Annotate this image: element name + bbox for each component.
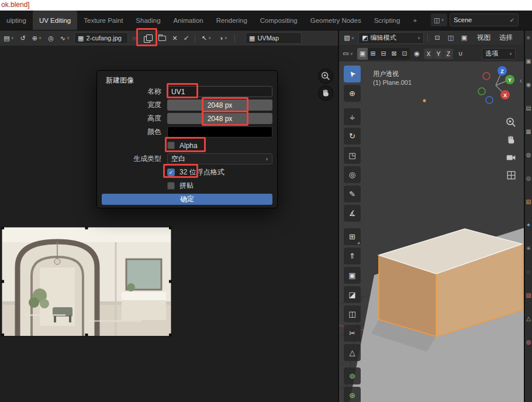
proportional-edit-button[interactable]: ◎ (46, 32, 56, 44)
ok-button[interactable]: 确定 (102, 194, 272, 205)
edge-select-button[interactable]: ◫ (445, 32, 457, 44)
snap-button[interactable]: ∪ (455, 48, 466, 60)
props-constraints-icon[interactable]: ▨ (526, 293, 531, 298)
props-viewlayer-icon[interactable]: ▦ (526, 129, 531, 135)
open-image-button[interactable] (156, 32, 168, 44)
viewport-canvas[interactable]: 用户透视 (1) Plane.001 ‹ ➤ ⊕ ↔↕ ↻ ◳ ◎ ✎ ∡ ⊞ … (339, 61, 524, 402)
uv-pan-button[interactable] (318, 85, 333, 101)
vertex-select-button[interactable]: ⊡ (431, 32, 443, 44)
tool-rotate[interactable]: ↻ (344, 128, 361, 145)
face-select-button[interactable]: ▣ (458, 32, 470, 44)
editor-type-button[interactable]: ▧ ∨ (341, 32, 357, 44)
tab-sculpting[interactable]: ulpting (0, 11, 33, 30)
props-tool-icon[interactable]: ▣ (526, 59, 531, 64)
tab-add-workspace[interactable]: + (406, 11, 423, 30)
viewport-camera-button[interactable] (504, 150, 518, 164)
scene-browse-button[interactable]: ◫ ∨ (431, 13, 447, 26)
tab-rendering[interactable]: Rendering (210, 11, 254, 30)
tool-poly-build[interactable]: △ (344, 344, 361, 361)
tool-measure[interactable]: ∡ (344, 205, 361, 222)
editor-divider[interactable] (338, 30, 339, 402)
name-input[interactable]: UV1 (167, 86, 272, 97)
tool-transform[interactable]: ◎ (344, 166, 361, 183)
panel-collapse-arrow[interactable]: ‹ (520, 77, 522, 85)
float-checkbox[interactable]: ✓ (167, 169, 175, 176)
new-image-button[interactable] (140, 32, 154, 44)
tab-scripting[interactable]: Scripting (368, 11, 407, 30)
pin-image-button[interactable]: ⊸ (179, 30, 194, 45)
tool-inset[interactable]: ▣ (344, 267, 361, 284)
props-output-icon[interactable]: ▤ (526, 105, 531, 111)
mirror-y-button[interactable]: Y (434, 49, 444, 59)
pin-icon[interactable]: ⊸ (508, 16, 516, 24)
select-mode-extend[interactable]: ⊞ (368, 48, 378, 60)
height-input[interactable]: 2048 px (167, 113, 272, 124)
active-tool-dropdown[interactable]: ▭ ∨ (340, 48, 355, 60)
props-render-icon[interactable]: ◉ (526, 82, 531, 88)
uv-image-preview[interactable] (1, 226, 172, 336)
fake-user-button[interactable]: ◌ (130, 32, 139, 44)
editor-type-button[interactable]: ▤ ∨ (1, 32, 16, 44)
props-modifier-icon[interactable]: ✦ (526, 222, 531, 228)
tool-cursor[interactable]: ⊕ (344, 85, 361, 102)
generated-type-dropdown[interactable]: 空白 ∨ (167, 153, 272, 164)
viewport-3d-scene[interactable] (339, 61, 524, 402)
select-mode-subtract[interactable]: ⊟ (378, 48, 389, 60)
tab-animation[interactable]: Animation (167, 11, 210, 30)
overlays-dropdown[interactable]: ◑ ∨ (216, 32, 231, 44)
select-mode-intersect[interactable]: ⊡ (399, 48, 410, 60)
menu-view[interactable]: 视图 (474, 33, 494, 42)
tiled-label[interactable]: 拼贴 (179, 181, 194, 191)
alpha-label[interactable]: Alpha (179, 142, 198, 150)
tool-spin[interactable]: ⊚ (344, 367, 361, 384)
navigation-gizmo[interactable]: Z Y X (476, 64, 517, 105)
image-datablock-selector[interactable]: ▦ 2-cufang.jpg (74, 32, 128, 44)
props-particles-icon[interactable]: ✳ (526, 246, 531, 252)
tool-bevel[interactable]: ◪ (344, 286, 361, 303)
proportional-edit-button[interactable]: ◉ (412, 48, 422, 60)
tool-select-box[interactable]: ➤ (344, 66, 361, 83)
tab-compositing[interactable]: Compositing (254, 11, 304, 30)
tool-knife[interactable]: ✂ (344, 325, 361, 342)
alpha-checkbox[interactable] (167, 142, 175, 149)
select-mode-invert[interactable]: ⊠ (389, 48, 399, 60)
unlink-image-button[interactable]: ✕ (170, 32, 180, 44)
props-scene-icon[interactable]: ◍ (526, 152, 531, 158)
gizmos-dropdown[interactable]: ↖ ∨ (199, 32, 214, 44)
options-dropdown[interactable]: 选项 ∨ (482, 48, 516, 60)
props-filter-icon[interactable]: ≡ (527, 35, 530, 41)
tool-smooth[interactable]: ⊛ (344, 387, 361, 402)
color-swatch[interactable] (167, 126, 272, 138)
gizmo-x-label[interactable]: X (503, 92, 507, 98)
pivot-point-button[interactable]: ⊕ ∨ (29, 32, 44, 44)
viewport-pan-button[interactable] (504, 133, 518, 147)
gizmo-z-label[interactable]: Z (500, 68, 504, 74)
tab-texture-paint[interactable]: Texture Paint (77, 11, 129, 30)
tab-uv-editing[interactable]: UV Editing (33, 11, 77, 30)
mode-dropdown[interactable]: ◩ 编辑模式 ∨ (358, 32, 424, 44)
viewport-ortho-grid-button[interactable] (504, 168, 518, 182)
tool-annotate[interactable]: ✎ (344, 185, 361, 202)
props-physics-icon[interactable]: ◌ (527, 269, 530, 275)
props-object-icon[interactable]: ▧ (526, 199, 531, 205)
mirror-x-button[interactable]: X (424, 49, 434, 59)
uv-zoom-button[interactable] (318, 68, 333, 84)
mirror-z-button[interactable]: Z (444, 49, 454, 59)
tool-move[interactable]: ↔↕ (344, 108, 361, 125)
tab-geometry-nodes[interactable]: Geometry Nodes (304, 11, 368, 30)
falloff-button[interactable]: ∿ ∨ (57, 32, 72, 44)
float-label[interactable]: 32 位浮点格式 (179, 167, 224, 177)
tool-scale[interactable]: ◳ (344, 147, 361, 164)
props-world-icon[interactable]: ◎ (526, 176, 531, 181)
tab-shading[interactable]: Shading (129, 11, 167, 30)
gizmo-y-label[interactable]: Y (508, 77, 512, 83)
scene-name-field[interactable]: Scene ⊸ (450, 13, 519, 26)
tiled-checkbox[interactable] (167, 182, 175, 190)
viewport-zoom-button[interactable] (504, 115, 518, 129)
tool-add-cube[interactable]: ⊞ (344, 228, 361, 245)
uvmap-selector[interactable]: ▦ UVMap (246, 32, 302, 44)
tool-extrude[interactable]: ⇑ (344, 248, 361, 264)
select-mode-new[interactable]: ▣ (357, 48, 368, 60)
width-input[interactable]: 2048 px (167, 99, 272, 111)
menu-select[interactable]: 选择 (496, 33, 516, 42)
